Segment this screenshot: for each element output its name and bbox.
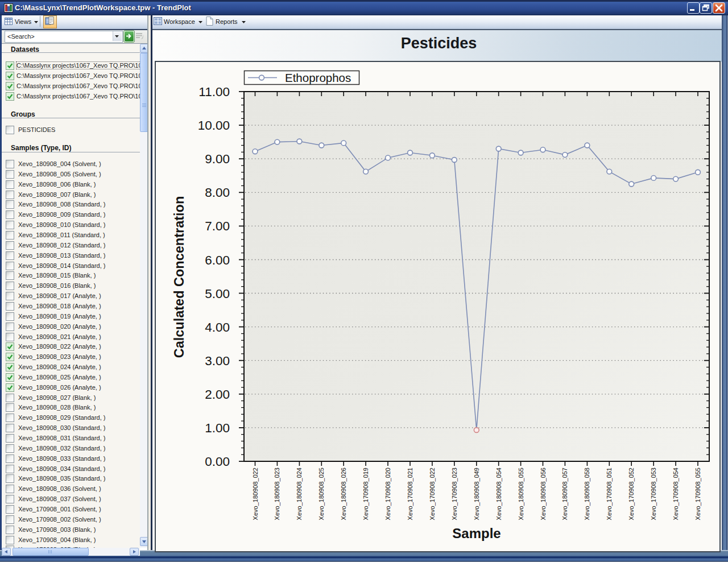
- svg-text:11.00: 11.00: [198, 85, 230, 99]
- svg-text:1.00: 1.00: [205, 421, 230, 435]
- svg-text:Xevo_170908_022: Xevo_170908_022: [429, 468, 436, 520]
- svg-text:7.00: 7.00: [205, 219, 230, 233]
- svg-text:Xevo_180908_025: Xevo_180908_025: [318, 468, 325, 520]
- svg-text:3.00: 3.00: [205, 354, 230, 368]
- svg-text:Xevo_170908_019: Xevo_170908_019: [362, 468, 369, 520]
- svg-text:0.00: 0.00: [205, 454, 230, 469]
- svg-text:Xevo_170908_051: Xevo_170908_051: [606, 468, 613, 520]
- svg-text:Xevo_170908_023: Xevo_170908_023: [451, 468, 458, 520]
- svg-text:8.00: 8.00: [205, 185, 230, 200]
- svg-text:6.00: 6.00: [205, 253, 230, 267]
- svg-text:Xevo_180908_023: Xevo_180908_023: [274, 468, 280, 520]
- svg-text:Xevo_180908_022: Xevo_180908_022: [252, 468, 259, 520]
- svg-text:Sample: Sample: [452, 526, 500, 541]
- svg-text:Calculated Concentration: Calculated Concentration: [172, 196, 187, 358]
- svg-text:10.00: 10.00: [198, 118, 230, 133]
- svg-text:Ethoprophos: Ethoprophos: [285, 71, 351, 84]
- svg-text:Xevo_170908_053: Xevo_170908_053: [650, 468, 657, 520]
- svg-text:Xevo_180908_058: Xevo_180908_058: [584, 468, 590, 520]
- svg-text:9.00: 9.00: [205, 152, 230, 166]
- svg-text:Xevo_170908_055: Xevo_170908_055: [694, 468, 701, 520]
- svg-text:Xevo_180908_054: Xevo_180908_054: [495, 468, 502, 520]
- svg-text:Xevo_180908_024: Xevo_180908_024: [296, 468, 303, 520]
- svg-text:4.00: 4.00: [205, 320, 230, 334]
- svg-text:5.00: 5.00: [205, 287, 230, 301]
- svg-text:Xevo_170908_054: Xevo_170908_054: [672, 468, 679, 520]
- svg-text:Xevo_170908_020: Xevo_170908_020: [384, 468, 391, 520]
- svg-text:Xevo_170908_052: Xevo_170908_052: [628, 468, 635, 520]
- svg-text:2.00: 2.00: [205, 387, 230, 402]
- svg-text:Xevo_170908_021: Xevo_170908_021: [407, 468, 413, 520]
- svg-text:Xevo_180908_026: Xevo_180908_026: [340, 468, 347, 520]
- svg-text:Xevo_180908_057: Xevo_180908_057: [561, 468, 568, 520]
- svg-text:Xevo_180908_056: Xevo_180908_056: [540, 468, 547, 520]
- svg-text:Xevo_180908_049: Xevo_180908_049: [473, 468, 480, 520]
- svg-text:Xevo_180908_055: Xevo_180908_055: [518, 468, 524, 520]
